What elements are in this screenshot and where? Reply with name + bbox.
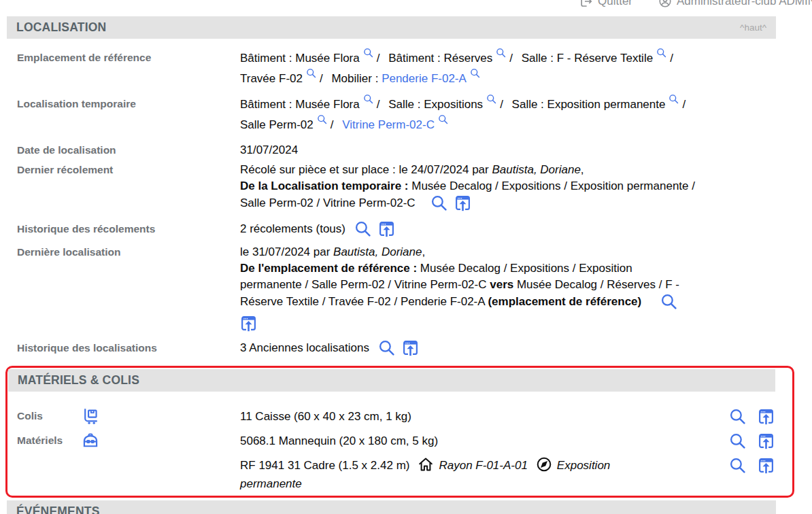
location-segment: Salle : Exposition permanente bbox=[512, 98, 666, 111]
search-icon[interactable] bbox=[430, 194, 447, 211]
colis-label: Colis bbox=[17, 410, 82, 422]
materiels-colis-section-header: MATÉRIELS & COLIS bbox=[8, 369, 775, 392]
field-value: Récolé sur pièce et sur place : le 24/07… bbox=[240, 162, 781, 211]
field-label: Historique des récolements bbox=[17, 220, 240, 236]
search-icon[interactable] bbox=[317, 114, 327, 124]
location-segment: Salle Perm-02 bbox=[240, 118, 314, 131]
search-icon[interactable] bbox=[486, 94, 496, 104]
operator-name: Bautista, Doriane bbox=[333, 245, 422, 258]
field-emplacement-reference: Emplacement de référence Bâtiment : Musé… bbox=[0, 48, 812, 89]
search-icon[interactable] bbox=[660, 293, 677, 310]
colis-row: Colis 11 Caisse (60 x 40 x 23 cm, 1 kg) bbox=[7, 405, 792, 426]
materiels-label: Matériels bbox=[17, 434, 82, 447]
user-icon bbox=[658, 0, 672, 8]
location-segment: Bâtiment : Musée Flora bbox=[240, 98, 360, 111]
field-dernier-recolement: Dernier récolement Récolé sur pièce et s… bbox=[0, 162, 812, 211]
field-label: Localisation temporaire bbox=[17, 95, 240, 111]
open-in-window-icon[interactable] bbox=[454, 194, 471, 211]
location-link-penderie[interactable]: Penderie F-02-A bbox=[382, 72, 467, 85]
colis-value: 11 Caisse (60 x 40 x 23 cm, 1 kg) bbox=[240, 405, 675, 426]
field-localisation-temporaire: Localisation temporaire Bâtiment : Musée… bbox=[0, 95, 812, 135]
logout-icon bbox=[579, 0, 593, 8]
materiels-row: RF 1941 31 Cadre (1.5 x 2.42 m)Rayon F-0… bbox=[7, 454, 792, 493]
search-icon[interactable] bbox=[363, 94, 373, 104]
open-in-window-icon[interactable] bbox=[240, 315, 257, 332]
field-value: 3 Anciennes localisations bbox=[240, 339, 419, 358]
field-value: le 31/07/2024 par Bautista, Doriane, De … bbox=[240, 244, 781, 332]
house-icon bbox=[418, 456, 434, 473]
search-icon[interactable] bbox=[496, 48, 506, 58]
field-historique-localisations: Historique des localisations 3 Anciennes… bbox=[0, 339, 812, 358]
quit-label: Quitter bbox=[598, 0, 632, 8]
search-icon[interactable] bbox=[729, 408, 746, 425]
back-to-top-link[interactable]: ^haut^ bbox=[740, 22, 766, 33]
search-icon[interactable] bbox=[656, 48, 666, 58]
section-title-materiels-colis: MATÉRIELS & COLIS bbox=[18, 373, 139, 388]
section-title-localisation: LOCALISATION bbox=[16, 20, 106, 35]
section-title-evenements: ÉVÉNEMENTS bbox=[16, 504, 100, 514]
compass-icon bbox=[536, 456, 552, 473]
location-segment: Bâtiment : Musée Flora bbox=[240, 52, 360, 65]
user-label: Administrateur-club ADMINIS bbox=[677, 0, 812, 8]
location-segment: Salle : F - Réserve Textile bbox=[522, 52, 653, 65]
location-segment: Salle : Expositions bbox=[388, 98, 483, 111]
field-date-localisation: Date de localisation 31/07/2024 bbox=[0, 142, 812, 158]
materiels-colis-highlight: MATÉRIELS & COLIS Colis 11 Caisse (60 x … bbox=[5, 366, 794, 498]
search-icon[interactable] bbox=[470, 68, 480, 78]
quit-button[interactable]: Quitter bbox=[579, 0, 632, 8]
search-icon[interactable] bbox=[729, 457, 746, 474]
field-label: Dernier récolement bbox=[17, 162, 240, 177]
field-value: 2 récolements (tous) bbox=[240, 220, 395, 239]
top-toolbar: Quitter Administrateur-club ADMINIS bbox=[579, 0, 812, 10]
field-historique-recolements: Historique des récolements 2 récolements… bbox=[0, 220, 812, 239]
materiel-location: Rayon F-01-A-01 bbox=[439, 459, 527, 472]
open-in-window-icon[interactable] bbox=[378, 220, 395, 237]
search-icon[interactable] bbox=[354, 220, 371, 237]
field-label: Emplacement de référence bbox=[17, 48, 240, 65]
user-menu[interactable]: Administrateur-club ADMINIS bbox=[658, 0, 812, 8]
field-label: Historique des localisations bbox=[17, 339, 240, 355]
field-derniere-localisation: Dernière localisation le 31/07/2024 par … bbox=[0, 244, 812, 332]
location-link-vitrine[interactable]: Vitrine Perm-02-C bbox=[342, 118, 435, 131]
localisation-section-header: LOCALISATION ^haut^ bbox=[7, 16, 776, 39]
field-value: Bâtiment : Musée Flora/ Bâtiment : Réser… bbox=[240, 48, 764, 89]
field-value: Bâtiment : Musée Flora/ Salle : Expositi… bbox=[240, 95, 764, 135]
open-in-window-icon[interactable] bbox=[402, 339, 419, 356]
location-segment: Travée F-02 bbox=[240, 72, 303, 85]
open-in-window-icon[interactable] bbox=[758, 457, 775, 474]
localisation-fields: Emplacement de référence Bâtiment : Musé… bbox=[0, 48, 812, 358]
evenements-section-header: ÉVÉNEMENTS bbox=[7, 500, 776, 514]
open-in-window-icon[interactable] bbox=[758, 408, 775, 425]
search-icon[interactable] bbox=[363, 48, 373, 58]
field-label: Dernière localisation bbox=[17, 244, 240, 259]
location-segment: Bâtiment : Réserves bbox=[388, 52, 492, 65]
open-in-window-icon[interactable] bbox=[758, 432, 775, 449]
search-icon[interactable] bbox=[669, 94, 679, 104]
location-segment: Mobilier : bbox=[331, 72, 382, 85]
trolley-icon bbox=[82, 407, 99, 425]
materiels-row: Matériels 5068.1 Mannequin (20 x 180 cm,… bbox=[7, 430, 792, 450]
field-label: Date de localisation bbox=[17, 142, 240, 157]
search-icon[interactable] bbox=[306, 68, 316, 78]
search-icon[interactable] bbox=[438, 114, 448, 124]
operator-name: Bautista, Doriane bbox=[492, 163, 580, 176]
materiel-value: 5068.1 Mannequin (20 x 180 cm, 5 kg) bbox=[240, 430, 675, 450]
toolbox-icon bbox=[82, 432, 99, 449]
materiel-value: RF 1941 31 Cadre (1.5 x 2.42 m)Rayon F-0… bbox=[240, 454, 655, 493]
search-icon[interactable] bbox=[378, 339, 395, 356]
field-value: 31/07/2024 bbox=[240, 142, 298, 158]
search-icon[interactable] bbox=[729, 432, 746, 449]
